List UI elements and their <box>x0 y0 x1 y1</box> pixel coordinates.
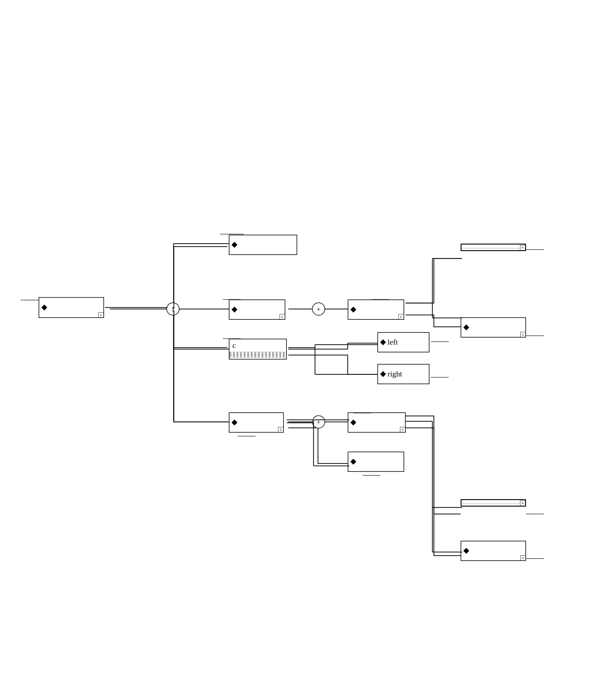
node-classname <box>229 235 297 255</box>
diamond-icon-left <box>380 339 386 345</box>
node-objectdiff-element: c <box>461 541 526 561</box>
diamond-icon <box>41 305 47 310</box>
node-values: c <box>229 339 287 360</box>
circle-node-plus: + <box>312 303 325 316</box>
diamond-icon-classname <box>232 242 237 248</box>
expand-icon-index: ≡ <box>520 501 525 506</box>
node-name-box: ≡ <box>461 244 526 251</box>
diamond-icon-right <box>380 371 386 377</box>
node-right: right <box>377 364 429 384</box>
expand-icon-fields: c <box>280 314 285 319</box>
node-reason <box>348 452 404 472</box>
diamond-icon-element <box>351 420 356 425</box>
diamond-icon-fields <box>232 307 237 313</box>
node-objectdiff-field: c <box>461 317 526 337</box>
node-fields: c <box>229 300 285 320</box>
expand-icon-values: c <box>233 341 236 350</box>
node-index-box: ≡ <box>461 499 526 506</box>
diamond-icon-list <box>232 420 237 425</box>
node-field: c <box>348 300 404 320</box>
expand-icon: c <box>98 312 104 318</box>
node-objectdiff-main: c <box>39 297 104 318</box>
node-list: c <box>229 412 284 432</box>
node-left: left <box>377 332 429 352</box>
diamond-icon-field <box>351 307 356 313</box>
diamond-icon-reason <box>351 459 356 465</box>
expand-icon-list: c <box>278 427 284 432</box>
